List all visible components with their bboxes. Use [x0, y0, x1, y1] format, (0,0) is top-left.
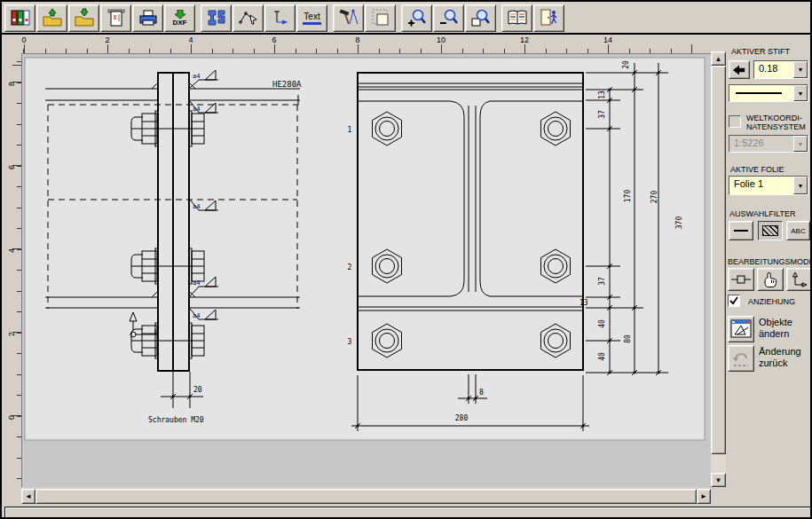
line-cursor-icon — [238, 8, 259, 28]
chain-dim-label: 20 — [622, 60, 630, 69]
chain-dim-label: 40 — [598, 319, 606, 328]
text-tool-button[interactable]: Text — [296, 4, 327, 32]
draw-element-button[interactable] — [233, 4, 264, 32]
drawing-canvas[interactable]: HE280A a4 a4 a4 a4 a4 20 Schrauben M20 — [21, 53, 711, 487]
pen-back-button[interactable] — [729, 60, 750, 79]
folie-dropdown-icon[interactable]: ▼ — [793, 177, 808, 194]
auswahlfilter-label: AUSWAHLFILTER — [729, 209, 796, 218]
filter-lines-button[interactable] — [729, 221, 753, 240]
line-filter-icon — [732, 226, 750, 235]
page-format-button[interactable] — [365, 4, 396, 32]
dxf-export-button[interactable]: DXF — [164, 4, 195, 32]
pen-width-dropdown-icon[interactable]: ▼ — [793, 61, 808, 78]
modify-objects-icon — [730, 319, 752, 339]
binders-icon — [10, 8, 31, 28]
horizontal-ruler: 0 2 4 6 8 10 12 14 — [21, 35, 711, 53]
anziehung-label: ANZIEHUNG — [748, 297, 795, 306]
horizontal-scrollbar[interactable]: ◄ ► — [21, 489, 711, 504]
abc-filter-label: ABC — [791, 227, 805, 235]
beam-label: HE280A — [272, 80, 302, 89]
undo-icon — [730, 349, 752, 368]
chain-dim-label: 170 — [624, 190, 632, 203]
hatch-filter-icon — [762, 225, 778, 236]
bearbeitungsmodi-label: BEARBEITUNGSMODI — [728, 257, 811, 266]
plot-button[interactable] — [100, 4, 131, 32]
anziehung-checkbox[interactable] — [728, 295, 740, 307]
hruler-label: 0 — [18, 35, 30, 44]
save-drawing-button[interactable] — [68, 4, 99, 32]
weld-label: a4 — [193, 279, 200, 287]
scale-dropdown-icon: ▼ — [793, 136, 808, 152]
exit-door-icon — [539, 8, 560, 28]
objekte-aendern-button[interactable] — [728, 316, 754, 342]
filter-hatch-button[interactable] — [758, 221, 783, 240]
profiles-button[interactable] — [201, 4, 232, 32]
weld-label: a4 — [193, 203, 200, 210]
scroll-up-button[interactable]: ▲ — [711, 51, 726, 66]
book-icon — [507, 8, 528, 28]
scale-combo: 1:5226 ▼ — [729, 135, 808, 153]
mode-element-button[interactable] — [728, 268, 754, 291]
dimension-button[interactable] — [264, 4, 296, 32]
plotter-icon — [106, 8, 127, 28]
vruler-label: 0 — [7, 411, 16, 420]
vruler-major-ticks — [12, 53, 21, 487]
pen-width-value: 0.18 — [754, 61, 793, 78]
scrollbar-corner — [711, 489, 726, 504]
aktiver-stift-label: AKTIVER STIFT — [731, 47, 790, 56]
zoom-out-button[interactable] — [433, 4, 464, 32]
weld-label: a4 — [193, 73, 200, 80]
hammer-compass-icon — [338, 8, 359, 28]
vruler-label: 4 — [7, 244, 16, 253]
hruler-label: 10 — [435, 35, 447, 44]
line-style-combo[interactable]: ▼ — [729, 84, 808, 102]
hruler-label: 4 — [185, 35, 197, 44]
solid-line-icon — [734, 87, 784, 98]
weld-label: a4 — [193, 312, 200, 319]
steel-profile-icon — [206, 8, 227, 28]
flange-dim-label: 13 — [579, 299, 588, 307]
side-panel: AKTIVER STIFT 0.18 ▼ ▼ WELTKOORDI- NATEN… — [726, 35, 812, 505]
format-frame-icon — [370, 8, 391, 28]
weltkoordinatensystem-checkbox[interactable] — [729, 115, 741, 128]
vertical-scroll-thumb[interactable] — [711, 66, 726, 454]
horizontal-scroll-thumb[interactable] — [35, 489, 697, 504]
hruler-label: 6 — [268, 35, 280, 44]
zoom-window-icon — [470, 8, 492, 28]
tools-button[interactable] — [333, 4, 364, 32]
pen-width-combo[interactable]: 0.18 ▼ — [753, 60, 808, 79]
dxf-arrow-icon — [169, 10, 191, 20]
folie-combo[interactable]: Folie 1 ▼ — [729, 176, 808, 195]
chain-dim-label: 80 — [624, 334, 632, 343]
aenderung-zurueck-button[interactable] — [728, 345, 754, 372]
vertical-ruler: 8 6 4 2 0 — [2, 53, 21, 487]
chain-dim-label: 13 — [598, 90, 606, 99]
scroll-down-button[interactable]: ▼ — [711, 473, 726, 487]
width-dim-label: 280 — [455, 414, 469, 422]
filter-text-button[interactable]: ABC — [786, 221, 810, 240]
exit-button[interactable] — [533, 4, 564, 32]
dimension-icon — [270, 8, 291, 28]
file-manager-button[interactable] — [4, 4, 35, 32]
vruler-label: 8 — [7, 77, 16, 86]
line-style-dropdown-icon[interactable]: ▼ — [793, 85, 808, 101]
vertical-scrollbar[interactable]: ▲ ▼ — [711, 51, 726, 487]
scale-value: 1:5226 — [729, 136, 793, 152]
manual-button[interactable] — [501, 4, 532, 32]
aktive-folie-label: AKTIVE FOLIE — [730, 165, 784, 174]
mode-coordinate-button[interactable] — [786, 268, 812, 291]
dxf-label: DXF — [173, 20, 187, 27]
plate-dim-label: 20 — [193, 386, 202, 394]
open-drawing-button[interactable] — [36, 4, 67, 32]
weld-label: a4 — [193, 106, 200, 113]
zoom-in-button[interactable] — [401, 4, 432, 32]
print-button[interactable] — [132, 4, 163, 32]
chain-dim-label: 37 — [598, 110, 606, 119]
hruler-major-ticks — [21, 44, 711, 53]
mode-grab-button[interactable] — [757, 268, 784, 291]
scroll-right-button[interactable]: ► — [697, 489, 711, 504]
weltkoordinatensystem-label: WELTKOORDI- NATENSYSTEM — [746, 114, 806, 131]
line-style-value — [729, 85, 793, 101]
zoom-window-button[interactable] — [465, 4, 496, 32]
scroll-left-button[interactable]: ◄ — [21, 489, 35, 504]
